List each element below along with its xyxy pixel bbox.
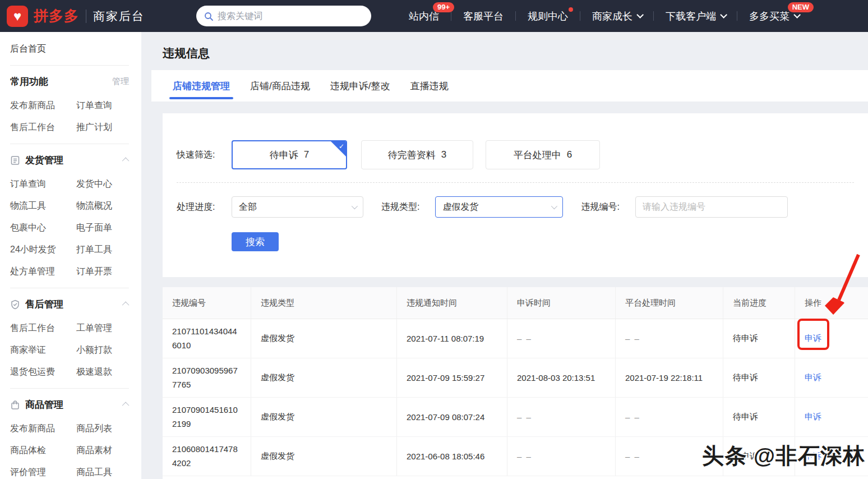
sidebar-divider xyxy=(10,288,129,288)
sidebar-item-product-list[interactable]: 商品列表 xyxy=(76,423,129,435)
violation-type-select[interactable]: 虚假发货 xyxy=(435,196,563,218)
sidebar-item-logistics-overview[interactable]: 物流概况 xyxy=(76,200,129,212)
sidebar-item-package-center[interactable]: 包裹中心 xyxy=(10,222,76,234)
sidebar-item-order-invoice[interactable]: 订单开票 xyxy=(76,266,129,278)
col-notify-time: 违规通知时间 xyxy=(397,287,507,319)
search-button[interactable]: 搜索 xyxy=(232,232,279,251)
appeal-link[interactable]: 申诉 xyxy=(805,451,821,462)
violation-id: 210711014340446010 xyxy=(172,325,239,353)
option-count: 7 xyxy=(304,149,309,160)
nav-item-merchant-growth[interactable]: 商家成长 xyxy=(580,10,653,23)
sidebar-item-small-payment[interactable]: 小额打款 xyxy=(76,344,129,356)
sidebar-item-publish-product[interactable]: 发布新商品 xyxy=(10,100,76,112)
chevron-down-icon xyxy=(793,11,801,19)
detail-filter-row: 处理进度: 全部 违规类型: 虚假发货 违规编号: xyxy=(177,196,854,218)
progress-status: 待申诉 xyxy=(723,358,795,397)
sidebar-item-merchant-evidence[interactable]: 商家举证 xyxy=(10,344,76,356)
violation-table: 违规编号 违规类型 违规通知时间 申诉时间 平台处理时间 当前进度 操作 210… xyxy=(163,287,868,479)
logo-divider xyxy=(86,10,86,23)
selected-value: 全部 xyxy=(239,201,257,213)
tab-shop-product-violation[interactable]: 店铺/商品违规 xyxy=(240,70,320,102)
notification-dot xyxy=(569,7,573,12)
notify-time: 2021-07-09 15:59:27 xyxy=(397,358,507,397)
violation-number-input[interactable] xyxy=(635,196,788,218)
sidebar-item-aftersale-workbench[interactable]: 售后工作台 xyxy=(10,122,76,133)
aftersale-section-header[interactable]: 售后管理 xyxy=(10,298,129,311)
nav-item-download-client[interactable]: 下载客户端 xyxy=(654,10,737,23)
sidebar: 后台首页 常用功能 管理 发布新商品 订单查询 售后工作台 推广计划 发货管理 xyxy=(0,32,141,479)
progress-select[interactable]: 全部 xyxy=(232,196,363,218)
quick-filter-row: 快速筛选: 待申诉 7 ✓ 待完善资料 3 平台处理中 6 xyxy=(177,140,854,169)
sidebar-item-promotion-plan[interactable]: 推广计划 xyxy=(76,122,129,133)
number-label: 违规编号: xyxy=(581,201,619,213)
sidebar-item-return-freight[interactable]: 退货包运费 xyxy=(10,366,76,378)
sidebar-item-fast-refund[interactable]: 极速退款 xyxy=(76,366,129,378)
appeal-link[interactable]: 申诉 xyxy=(805,372,821,383)
sidebar-item-ticket-mgmt[interactable]: 工单管理 xyxy=(76,323,129,334)
manage-link[interactable]: 管理 xyxy=(112,76,129,87)
brand-logo[interactable]: ♥ 拼多多 商家后台 xyxy=(7,6,145,27)
product-section-header[interactable]: 商品管理 xyxy=(10,398,129,411)
violation-id: 210608014174784202 xyxy=(172,443,239,471)
appeal-link[interactable]: 申诉 xyxy=(805,412,821,422)
chevron-up-icon[interactable] xyxy=(122,302,130,309)
sidebar-item-logistics-tools[interactable]: 物流工具 xyxy=(10,200,76,212)
sidebar-divider xyxy=(10,144,129,144)
platform-time: – – xyxy=(625,334,640,343)
chevron-up-icon[interactable] xyxy=(122,158,130,165)
col-appeal-time: 申诉时间 xyxy=(507,287,616,319)
nav-item-duoduo-maicai[interactable]: 多多买菜 NEW xyxy=(737,10,810,23)
global-search[interactable] xyxy=(196,6,371,26)
chevron-up-icon[interactable] xyxy=(122,402,130,409)
sidebar-item-home[interactable]: 后台首页 xyxy=(10,43,129,55)
platform-time: – – xyxy=(625,412,640,422)
sidebar-item-shipping-center[interactable]: 发货中心 xyxy=(76,178,129,190)
sidebar-item-review-mgmt[interactable]: 评价管理 xyxy=(10,467,76,478)
tab-violation-appeal[interactable]: 违规申诉/整改 xyxy=(320,70,400,102)
quick-filter-pending-appeal[interactable]: 待申诉 7 ✓ xyxy=(232,140,347,169)
sidebar-item-product-tools[interactable]: 商品工具 xyxy=(76,467,129,478)
pinduoduo-logo-icon: ♥ xyxy=(7,6,28,27)
sidebar-item-product-checkup[interactable]: 商品体检 xyxy=(10,445,76,457)
sidebar-item-24h-shipping[interactable]: 24小时发货 xyxy=(10,244,76,256)
sidebar-item-print-tools[interactable]: 打单工具 xyxy=(76,244,129,256)
nav-item-rule-center[interactable]: 规则中心 xyxy=(516,10,580,23)
appeal-link[interactable]: 申诉 xyxy=(805,333,821,344)
quick-filter-platform-processing[interactable]: 平台处理中 6 xyxy=(486,140,600,169)
type-label: 违规类型: xyxy=(381,201,419,213)
nav-item-customer-service[interactable]: 客服平台 xyxy=(451,10,515,23)
backend-title: 商家后台 xyxy=(93,8,145,24)
nav-label: 客服平台 xyxy=(463,10,504,23)
sidebar-item-prescription-mgmt[interactable]: 处方单管理 xyxy=(10,266,76,278)
aftersale-links: 售后工作台 工单管理 商家举证 小额打款 退货包运费 极速退款 xyxy=(10,323,129,378)
quick-filter-need-info[interactable]: 待完善资料 3 xyxy=(361,140,473,169)
tab-shop-violation-mgmt[interactable]: 店铺违规管理 xyxy=(163,70,240,102)
notify-time: 2021-07-11 08:07:19 xyxy=(397,319,507,358)
chevron-down-icon xyxy=(636,11,644,19)
violation-id: 210709030959677765 xyxy=(172,364,239,392)
option-label: 待完善资料 xyxy=(388,149,436,162)
appeal-time: – – xyxy=(517,334,532,343)
shield-check-icon xyxy=(10,300,20,310)
sidebar-item-e-waybill[interactable]: 电子面单 xyxy=(76,222,129,234)
nav-item-messages[interactable]: 站内信 99+ xyxy=(397,10,451,23)
sidebar-item-order-query[interactable]: 订单查询 xyxy=(10,178,76,190)
sidebar-item-product-material[interactable]: 商品素材 xyxy=(76,445,129,457)
sidebar-item-aftersale-workbench[interactable]: 售后工作台 xyxy=(10,323,76,334)
shipping-section-header[interactable]: 发货管理 xyxy=(10,154,129,167)
search-input[interactable] xyxy=(218,11,363,21)
tab-live-violation[interactable]: 直播违规 xyxy=(400,70,458,102)
nav-label: 规则中心 xyxy=(528,10,568,23)
sidebar-item-publish-product[interactable]: 发布新商品 xyxy=(10,423,76,435)
sidebar-item-order-query[interactable]: 订单查询 xyxy=(76,100,129,112)
violation-type: 虚假发货 xyxy=(251,437,397,476)
sidebar-divider xyxy=(10,65,129,66)
dashed-divider xyxy=(177,182,854,183)
violation-type: 虚假发货 xyxy=(251,398,397,436)
common-links: 发布新商品 订单查询 售后工作台 推广计划 xyxy=(10,100,129,133)
product-links: 发布新商品 商品列表 商品体检 商品素材 评价管理 商品工具 金价管理 供货管理 xyxy=(10,423,129,479)
progress-status: 待申诉 xyxy=(723,437,795,476)
platform-time: 2021-07-19 22:18:11 xyxy=(616,358,723,397)
violation-id: 210709014516102199 xyxy=(172,403,239,431)
violation-type: 虚假发货 xyxy=(251,358,397,397)
